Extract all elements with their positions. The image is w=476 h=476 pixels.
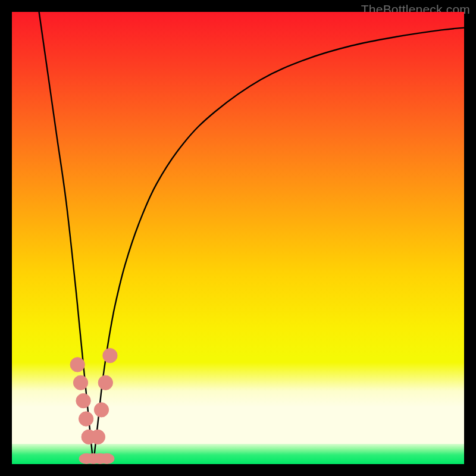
chart-svg (12, 12, 464, 464)
chart-frame: TheBottleneck.com (0, 0, 476, 476)
marker-left (70, 358, 84, 372)
plot-area (12, 12, 464, 464)
marker-right (94, 403, 108, 417)
marker-right (90, 430, 105, 444)
marker-left (73, 375, 87, 390)
marker-right (103, 348, 117, 362)
bottleneck-curve (93, 28, 464, 464)
marker-left (79, 412, 93, 426)
marker-valley (99, 453, 115, 464)
marker-left (76, 393, 90, 408)
marker-right (98, 375, 112, 390)
